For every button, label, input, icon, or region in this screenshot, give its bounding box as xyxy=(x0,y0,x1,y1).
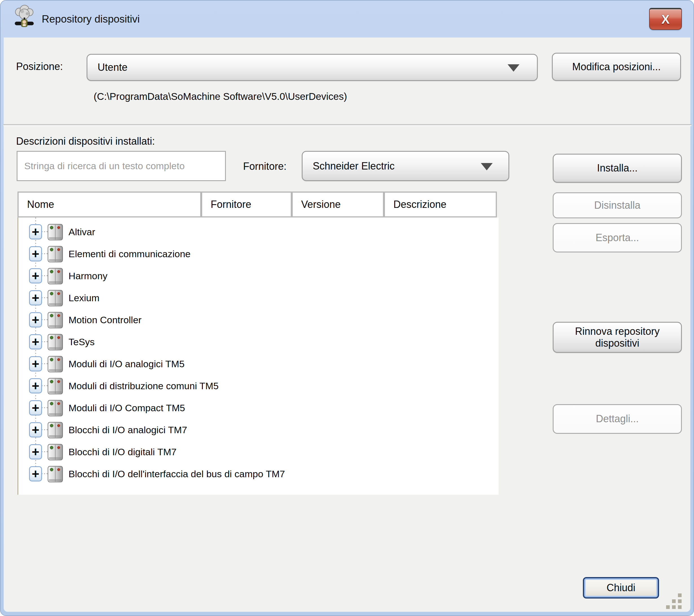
device-tree-list[interactable]: + Altivar + Elementi di communicazione +… xyxy=(17,217,498,495)
renew-repository-label: Rinnova repository dispositivi xyxy=(562,325,673,349)
installed-devices-section-label: Descrizioni dispositivi installati: xyxy=(16,135,155,147)
column-header-name[interactable]: Nome xyxy=(19,193,200,216)
tree-item[interactable]: + Moduli di I/O Compact TM5 xyxy=(18,397,498,419)
grip-dot xyxy=(678,605,681,609)
tree-item-label: Altivar xyxy=(69,227,95,237)
vendor-selected-value: Schneider Electric xyxy=(313,160,395,172)
device-table-header: Nome Fornitore Versione Descrizione xyxy=(17,192,497,217)
tree-connector xyxy=(41,231,48,232)
install-label: Installa... xyxy=(597,162,638,174)
grip-dot xyxy=(666,605,670,609)
expand-plus-icon[interactable]: + xyxy=(29,466,42,482)
tree-connector xyxy=(41,407,48,408)
device-icon xyxy=(47,332,65,351)
device-icon xyxy=(47,222,65,241)
chevron-down-icon xyxy=(481,163,493,170)
tree-connector xyxy=(41,275,48,276)
close-window-button[interactable]: X xyxy=(649,8,682,30)
device-icon xyxy=(47,289,65,307)
tree-item[interactable]: + Blocchi di I/O analogici TM7 xyxy=(18,419,498,441)
renew-repository-button[interactable]: Rinnova repository dispositivi xyxy=(553,322,682,353)
tree-item[interactable]: + Moduli di I/O analogici TM5 xyxy=(18,353,498,375)
expand-plus-icon[interactable]: + xyxy=(29,224,42,239)
expand-plus-icon[interactable]: + xyxy=(29,378,42,394)
close-icon: X xyxy=(661,13,670,26)
details-label: Dettagli... xyxy=(596,413,639,425)
window-title: Repository dispositivi xyxy=(42,1,140,37)
expand-plus-icon[interactable]: + xyxy=(29,334,42,349)
tree-item[interactable]: + Lexium xyxy=(18,287,498,309)
title-bar[interactable]: Repository dispositivi X xyxy=(1,1,693,37)
export-button[interactable]: Esporta... xyxy=(553,223,682,252)
tree-item[interactable]: + Blocchi di I/O digitali TM7 xyxy=(18,441,498,463)
tree-connector xyxy=(41,451,48,452)
expand-plus-icon[interactable]: + xyxy=(29,268,42,284)
tree-item-label: Moduli di distribuzione comuni TM5 xyxy=(69,380,219,392)
expand-plus-icon[interactable]: + xyxy=(29,400,42,415)
device-icon xyxy=(47,420,65,439)
tree-connector xyxy=(41,385,48,386)
tree-item[interactable]: + Elementi di communicazione xyxy=(18,243,498,265)
expand-plus-icon[interactable]: + xyxy=(29,422,42,437)
tree-item[interactable]: + Altivar xyxy=(18,221,498,243)
tree-item-label: Lexium xyxy=(69,292,99,304)
column-header-vendor[interactable]: Fornitore xyxy=(202,193,291,216)
expand-plus-icon[interactable]: + xyxy=(29,312,42,327)
close-dialog-label: Chiudi xyxy=(585,579,657,597)
location-selected-value: Utente xyxy=(97,61,127,73)
device-icon xyxy=(47,244,65,263)
tree-connector xyxy=(41,319,48,320)
device-icon xyxy=(47,267,65,285)
expand-plus-icon[interactable]: + xyxy=(29,246,42,261)
device-repository-icon xyxy=(12,4,37,29)
tree-item[interactable]: + Blocchi di I/O dell'interfaccia del bu… xyxy=(18,463,498,485)
column-header-description[interactable]: Descrizione xyxy=(385,193,496,216)
device-icon xyxy=(47,310,65,329)
tree-item-label: Blocchi di I/O digitali TM7 xyxy=(69,447,177,457)
tree-item-label: Moduli di I/O Compact TM5 xyxy=(69,402,185,414)
vendor-label: Fornitore: xyxy=(243,161,287,172)
tree-item[interactable]: + Motion Controller xyxy=(18,309,498,331)
section-divider xyxy=(3,124,692,125)
device-icon xyxy=(47,399,65,417)
device-repository-dialog: Repository dispositivi X Posizione: Uten… xyxy=(0,0,694,616)
chevron-down-icon xyxy=(508,64,519,72)
uninstall-button[interactable]: Disinstalla xyxy=(553,192,682,218)
tree-item-label: Harmony xyxy=(69,271,107,282)
tree-connector xyxy=(41,473,48,474)
location-select[interactable]: Utente xyxy=(87,54,538,81)
grip-dot xyxy=(678,594,681,597)
details-button[interactable]: Dettagli... xyxy=(553,404,682,434)
device-icon xyxy=(47,355,65,373)
fulltext-search-input[interactable] xyxy=(17,151,226,181)
location-label: Posizione: xyxy=(16,61,63,72)
vendor-select[interactable]: Schneider Electric xyxy=(302,151,509,181)
tree-item-label: Elementi di communicazione xyxy=(69,249,190,259)
device-icon xyxy=(47,377,65,395)
expand-plus-icon[interactable]: + xyxy=(29,290,42,306)
tree-item[interactable]: + Harmony xyxy=(18,265,498,287)
uninstall-label: Disinstalla xyxy=(594,199,640,211)
expand-plus-icon[interactable]: + xyxy=(29,444,42,459)
close-dialog-button[interactable]: Chiudi xyxy=(583,577,659,599)
column-header-version[interactable]: Versione xyxy=(293,193,383,216)
grip-dot xyxy=(678,599,681,603)
tree-item[interactable]: + TeSys xyxy=(18,331,498,353)
location-path: (C:\ProgramData\SoMachine Software\V5.0\… xyxy=(94,91,347,102)
tree-item[interactable]: + Moduli di distribuzione comuni TM5 xyxy=(18,375,498,397)
edit-locations-button[interactable]: Modifica posizioni... xyxy=(552,53,681,81)
tree-item-label: Blocchi di I/O analogici TM7 xyxy=(69,424,187,435)
tree-connector xyxy=(41,253,48,254)
resize-grip[interactable] xyxy=(663,592,683,611)
tree-item-label: Moduli di I/O analogici TM5 xyxy=(69,359,184,369)
install-button[interactable]: Installa... xyxy=(553,154,682,183)
device-icon xyxy=(47,442,65,461)
device-icon xyxy=(47,465,65,483)
tree-connector xyxy=(41,297,48,298)
tree-connector xyxy=(41,363,48,364)
grip-dot xyxy=(672,599,676,603)
tree-item-label: Motion Controller xyxy=(69,314,142,325)
export-label: Esporta... xyxy=(596,232,639,244)
expand-plus-icon[interactable]: + xyxy=(29,356,42,372)
tree-connector xyxy=(41,429,48,430)
